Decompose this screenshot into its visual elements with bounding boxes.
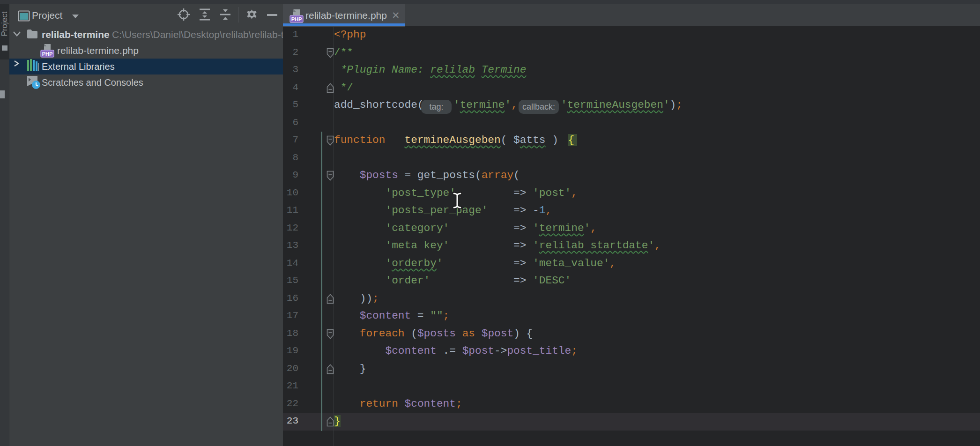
svg-text:PHP: PHP <box>291 16 302 22</box>
svg-text:PHP: PHP <box>42 51 53 57</box>
